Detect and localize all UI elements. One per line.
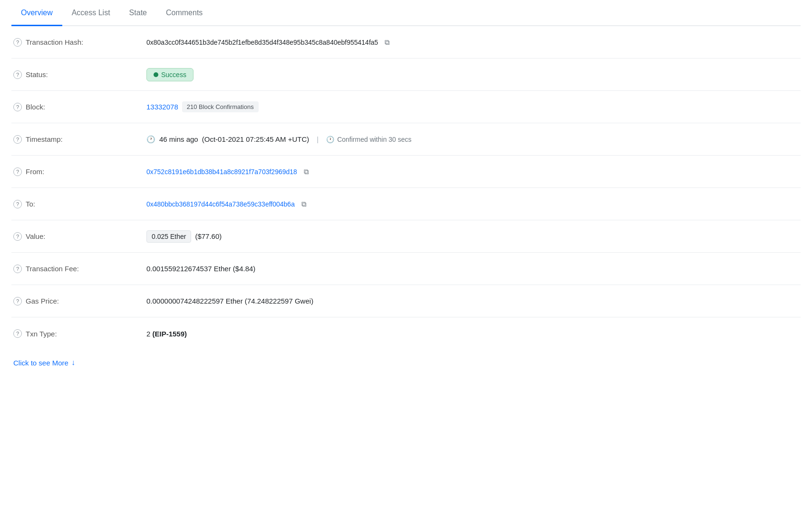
gas-price-row: ? Gas Price: 0.000000074248222597 Ether … (11, 285, 801, 317)
value-ether-badge: 0.025 Ether (146, 230, 191, 243)
gas-price-value: 0.000000074248222597 Ether (74.248222597… (146, 297, 799, 305)
from-row: ? From: 0x752c8191e6b1db38b41a8c8921f7a7… (11, 156, 801, 188)
to-row: ? To: 0x480bbcb368197d44c6f54a738e59c33e… (11, 188, 801, 220)
info-icon: 🕐 (326, 136, 334, 143)
transaction-hash-help-icon[interactable]: ? (13, 38, 22, 47)
value-amount: 0.025 Ether ($77.60) (146, 230, 799, 243)
timestamp-row: ? Timestamp: 🕐 46 mins ago (Oct-01-2021 … (11, 123, 801, 156)
status-value: Success (146, 68, 799, 81)
transaction-fee-value: 0.001559212674537 Ether ($4.84) (146, 265, 799, 273)
confirmed-info: 🕐 Confirmed within 30 secs (326, 136, 411, 143)
txn-type-label: ? Txn Type: (13, 329, 146, 338)
value-help-icon[interactable]: ? (13, 232, 22, 241)
transaction-hash-copy-icon[interactable]: ⧉ (385, 38, 390, 47)
from-label: ? From: (13, 167, 146, 176)
status-badge: Success (146, 68, 193, 81)
txn-type-value: 2 (EIP-1559) (146, 330, 799, 338)
to-label: ? To: (13, 200, 146, 208)
transaction-hash-value: 0x80a3cc0f344651b3de745b2f1efbe8d35d4f34… (146, 38, 799, 47)
from-help-icon[interactable]: ? (13, 167, 22, 176)
timestamp-label: ? Timestamp: (13, 135, 146, 144)
tab-comments[interactable]: Comments (156, 0, 212, 26)
block-help-icon[interactable]: ? (13, 103, 22, 111)
transaction-fee-help-icon[interactable]: ? (13, 265, 22, 273)
block-number-link[interactable]: 13332078 (146, 103, 178, 111)
from-address-link[interactable]: 0x752c8191e6b1db38b41a8c8921f7a703f2969d… (146, 168, 297, 176)
transaction-hash-label: ? Transaction Hash: (13, 38, 146, 47)
gas-price-label: ? Gas Price: (13, 297, 146, 305)
status-label: ? Status: (13, 70, 146, 79)
transaction-detail-table: ? Transaction Hash: 0x80a3cc0f344651b3de… (11, 26, 801, 350)
transaction-fee-label: ? Transaction Fee: (13, 265, 146, 273)
txn-type-row: ? Txn Type: 2 (EIP-1559) (11, 317, 801, 350)
block-label: ? Block: (13, 103, 146, 111)
txn-type-help-icon[interactable]: ? (13, 329, 22, 338)
from-copy-icon[interactable]: ⧉ (304, 167, 309, 176)
value-usd: ($77.60) (195, 232, 222, 240)
success-dot-icon (154, 72, 158, 77)
clock-icon: 🕐 (146, 135, 155, 144)
txn-type-display: 2 (EIP-1559) (146, 330, 187, 338)
to-help-icon[interactable]: ? (13, 200, 22, 208)
tab-access-list[interactable]: Access List (62, 0, 120, 26)
timestamp-help-icon[interactable]: ? (13, 135, 22, 144)
timestamp-separator: | (317, 135, 319, 143)
block-confirmations-badge: 210 Block Confirmations (182, 101, 259, 112)
tab-overview[interactable]: Overview (11, 0, 62, 26)
eip-badge: (EIP-1559) (153, 330, 187, 338)
block-row: ? Block: 13332078 210 Block Confirmation… (11, 91, 801, 123)
value-row: ? Value: 0.025 Ether ($77.60) (11, 220, 801, 253)
tab-bar: Overview Access List State Comments (11, 0, 801, 26)
see-more-arrow-icon: ↓ (71, 358, 75, 367)
block-value: 13332078 210 Block Confirmations (146, 101, 799, 112)
gas-price-help-icon[interactable]: ? (13, 297, 22, 305)
to-copy-icon[interactable]: ⧉ (301, 200, 307, 208)
from-value: 0x752c8191e6b1db38b41a8c8921f7a703f2969d… (146, 167, 799, 176)
transaction-hash-row: ? Transaction Hash: 0x80a3cc0f344651b3de… (11, 26, 801, 59)
tab-state[interactable]: State (120, 0, 156, 26)
transaction-fee-row: ? Transaction Fee: 0.001559212674537 Eth… (11, 253, 801, 285)
timestamp-value: 🕐 46 mins ago (Oct-01-2021 07:25:45 AM +… (146, 135, 799, 144)
to-address-link[interactable]: 0x480bbcb368197d44c6f54a738e59c33eff004b… (146, 200, 295, 208)
value-label: ? Value: (13, 232, 146, 241)
status-help-icon[interactable]: ? (13, 70, 22, 79)
status-row: ? Status: Success (11, 59, 801, 91)
see-more-button[interactable]: Click to see More ↓ (11, 350, 801, 375)
to-value: 0x480bbcb368197d44c6f54a738e59c33eff004b… (146, 200, 799, 208)
